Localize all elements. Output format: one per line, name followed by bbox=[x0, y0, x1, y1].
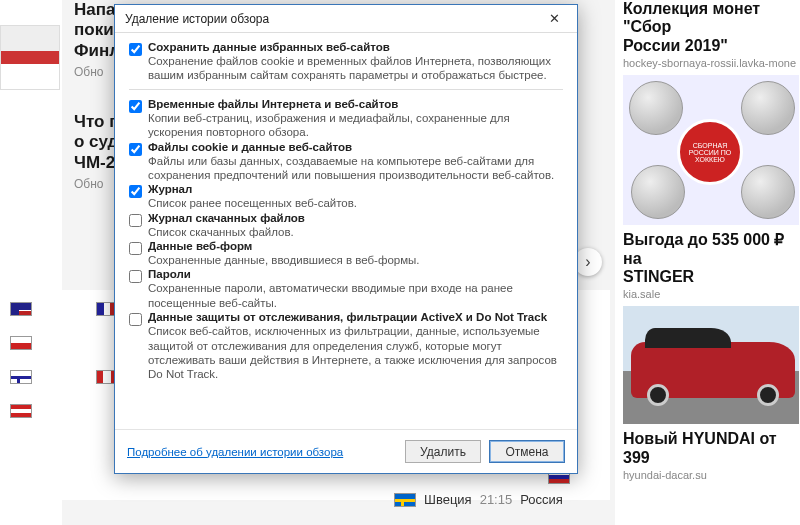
coin-icon bbox=[741, 165, 795, 219]
ad1-title: Коллекция монет "Сбор России 2019" bbox=[623, 0, 800, 55]
option-desc: Сохраненные пароли, автоматически вводим… bbox=[148, 281, 563, 310]
team-badge-icon: СБОРНАЯ РОССИИ ПО ХОККЕЮ bbox=[677, 119, 743, 185]
option-desc: Список скачанных файлов. bbox=[148, 225, 563, 239]
option-download-history: Журнал скачанных файлов Список скачанных… bbox=[129, 212, 563, 239]
ad1-title-b: России 2019" bbox=[623, 37, 728, 54]
ad2-title: Выгода до 535 000 ₽ на STINGER bbox=[623, 231, 800, 286]
ad2-sub: kia.sale bbox=[623, 288, 800, 300]
ad2-image bbox=[623, 306, 799, 424]
delete-history-dialog: Удаление истории обзора ✕ Сохранить данн… bbox=[114, 4, 578, 474]
option-temp-files: Временные файлы Интернета и веб-сайтов К… bbox=[129, 98, 563, 140]
checkbox-passwords[interactable] bbox=[129, 270, 142, 283]
option-cookies: Файлы cookie и данные веб-сайтов Файлы и… bbox=[129, 141, 563, 183]
coin-icon bbox=[741, 81, 795, 135]
ad3-sub: hyundai-dacar.su bbox=[623, 469, 800, 481]
option-title: Пароли bbox=[148, 268, 563, 280]
dialog-footer: Подробнее об удалении истории обзора Уда… bbox=[115, 429, 577, 473]
wheel-icon bbox=[757, 384, 779, 406]
chevron-right-icon: › bbox=[585, 253, 590, 271]
option-passwords: Пароли Сохраненные пароли, автоматически… bbox=[129, 268, 563, 310]
match-team1: Швеция bbox=[424, 492, 472, 507]
ad-stinger[interactable]: Выгода до 535 000 ₽ на STINGER kia.sale bbox=[623, 231, 800, 424]
option-tracking-protection: Данные защиты от отслеживания, фильтраци… bbox=[129, 311, 563, 382]
option-preserve-favorites: Сохранить данные избранных веб-сайтов Со… bbox=[129, 41, 563, 83]
dialog-title: Удаление истории обзора bbox=[125, 12, 269, 26]
option-desc: Сохраненные данные, вводившиеся в веб-фо… bbox=[148, 253, 563, 267]
flag-fi-icon bbox=[10, 370, 32, 384]
ad2-line1: Выгода до 535 000 ₽ на bbox=[623, 231, 784, 266]
option-title: Файлы cookie и данные веб-сайтов bbox=[148, 141, 563, 153]
checkbox-tracking-protection[interactable] bbox=[129, 313, 142, 326]
flag-at-icon bbox=[10, 404, 32, 418]
ads-column: Коллекция монет "Сбор России 2019" hocke… bbox=[615, 0, 800, 525]
learn-more-link[interactable]: Подробнее об удалении истории обзора bbox=[127, 446, 343, 458]
flag-cz-icon bbox=[10, 336, 32, 350]
match-team2: Россия bbox=[520, 492, 563, 507]
option-form-data: Данные веб-форм Сохраненные данные, ввод… bbox=[129, 240, 563, 267]
ad-coins[interactable]: Коллекция монет "Сбор России 2019" hocke… bbox=[623, 0, 800, 225]
carousel-next-button[interactable]: › bbox=[574, 248, 602, 276]
option-desc: Копии веб-страниц, изображения и медиафа… bbox=[148, 111, 563, 140]
option-title: Данные веб-форм bbox=[148, 240, 563, 252]
option-title: Журнал скачанных файлов bbox=[148, 212, 563, 224]
checkbox-history[interactable] bbox=[129, 185, 142, 198]
ad1-sub: hockey-sbornaya-rossii.lavka-mone bbox=[623, 57, 800, 69]
match-row[interactable]: Швеция 21:15 Россия bbox=[394, 492, 563, 507]
ad-hyundai[interactable]: Новый HYUNDAI от 399 hyundai-dacar.su bbox=[623, 430, 800, 481]
close-button[interactable]: ✕ bbox=[537, 9, 571, 29]
car-icon bbox=[631, 342, 795, 398]
option-title: Журнал bbox=[148, 183, 563, 195]
option-desc: Файлы или базы данных, создаваемые на ко… bbox=[148, 154, 563, 183]
dialog-buttons: Удалить Отмена bbox=[405, 440, 565, 463]
ad1-image: СБОРНАЯ РОССИИ ПО ХОККЕЮ bbox=[623, 75, 799, 225]
checkbox-download-history[interactable] bbox=[129, 214, 142, 227]
dialog-titlebar[interactable]: Удаление истории обзора ✕ bbox=[115, 5, 577, 33]
option-history: Журнал Список ранее посещенных веб-сайто… bbox=[129, 183, 563, 210]
flag-se-icon bbox=[394, 493, 416, 507]
ad2-brand: STINGER bbox=[623, 268, 694, 285]
checkbox-preserve-favorites[interactable] bbox=[129, 43, 142, 56]
option-title: Сохранить данные избранных веб-сайтов bbox=[148, 41, 563, 53]
separator bbox=[129, 89, 563, 90]
option-desc: Список веб-сайтов, исключенных из фильтр… bbox=[148, 324, 563, 382]
option-title: Временные файлы Интернета и веб-сайтов bbox=[148, 98, 563, 110]
option-desc: Список ранее посещенных веб-сайтов. bbox=[148, 196, 563, 210]
ad1-title-a: Коллекция монет "Сбор bbox=[623, 0, 760, 35]
option-title: Данные защиты от отслеживания, фильтраци… bbox=[148, 311, 563, 323]
close-icon: ✕ bbox=[549, 11, 560, 26]
wheel-icon bbox=[647, 384, 669, 406]
checkbox-temp-files[interactable] bbox=[129, 100, 142, 113]
coin-icon bbox=[631, 165, 685, 219]
match-time: 21:15 bbox=[480, 492, 513, 507]
coin-icon bbox=[629, 81, 683, 135]
checkbox-cookies[interactable] bbox=[129, 143, 142, 156]
news-thumbnail bbox=[0, 25, 60, 90]
cancel-button[interactable]: Отмена bbox=[489, 440, 565, 463]
option-desc: Сохранение файлов cookie и временных фай… bbox=[148, 54, 563, 83]
delete-button[interactable]: Удалить bbox=[405, 440, 481, 463]
dialog-body: Сохранить данные избранных веб-сайтов Со… bbox=[115, 33, 577, 429]
flag-us-icon bbox=[10, 302, 32, 316]
ad3-title: Новый HYUNDAI от 399 bbox=[623, 430, 800, 467]
checkbox-form-data[interactable] bbox=[129, 242, 142, 255]
